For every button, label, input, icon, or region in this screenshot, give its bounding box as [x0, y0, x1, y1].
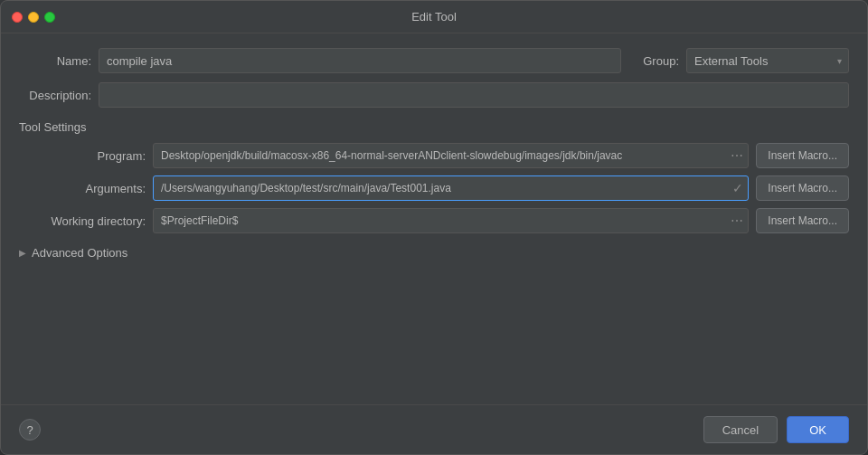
description-label: Description: [19, 89, 91, 102]
group-wrapper: Group: External Tools ▾ [643, 48, 849, 73]
group-label: Group: [643, 54, 679, 68]
name-group-row: Name: Group: External Tools ▾ [19, 48, 849, 73]
description-input[interactable] [99, 82, 849, 108]
name-label: Name: [19, 54, 91, 68]
working-dir-input[interactable] [153, 208, 749, 233]
maximize-button[interactable] [44, 12, 55, 23]
program-browse-button[interactable]: ⋯ [727, 147, 747, 165]
arguments-insert-macro-button[interactable]: Insert Macro... [756, 175, 849, 201]
working-dir-row: Working directory: ⋯ Insert Macro... [37, 208, 849, 233]
ok-button[interactable]: OK [787, 416, 849, 443]
program-input-wrapper: ⋯ [153, 143, 749, 168]
tool-settings-header: Tool Settings [19, 120, 849, 134]
edit-tool-dialog: Edit Tool Name: Group: External Tools ▾ … [0, 0, 868, 455]
working-dir-label: Working directory: [37, 214, 146, 228]
working-dir-insert-macro-button[interactable]: Insert Macro... [756, 208, 849, 233]
title-bar: Edit Tool [1, 1, 867, 33]
close-button[interactable] [12, 12, 23, 23]
content-spacer [19, 272, 849, 390]
dialog-title: Edit Tool [411, 10, 457, 24]
program-row: Program: ⋯ Insert Macro... [37, 143, 849, 168]
arguments-input[interactable] [153, 175, 749, 201]
program-insert-macro-button[interactable]: Insert Macro... [756, 143, 849, 168]
arguments-input-wrapper: ✓ [153, 175, 749, 201]
minimize-button[interactable] [28, 12, 39, 23]
chevron-right-icon: ▶ [19, 248, 26, 258]
tool-settings-section: Program: ⋯ Insert Macro... Arguments: ✓ … [19, 143, 849, 233]
arguments-label: Arguments: [37, 182, 146, 195]
program-input[interactable] [153, 143, 749, 168]
advanced-options-label: Advanced Options [32, 246, 127, 260]
group-select-wrapper: External Tools ▾ [686, 48, 849, 73]
dialog-content: Name: Group: External Tools ▾ Descriptio… [1, 33, 867, 404]
description-row: Description: [19, 82, 849, 108]
help-button[interactable]: ? [19, 419, 41, 441]
cancel-button[interactable]: Cancel [703, 416, 778, 443]
working-dir-browse-button[interactable]: ⋯ [727, 212, 747, 230]
program-label: Program: [37, 149, 146, 163]
traffic-lights [12, 12, 55, 23]
arguments-browse-button[interactable]: ✓ [729, 179, 747, 197]
name-wrapper: Name: [19, 48, 621, 73]
name-input[interactable] [99, 48, 621, 73]
working-dir-input-wrapper: ⋯ [153, 208, 749, 233]
arguments-row: Arguments: ✓ Insert Macro... [37, 175, 849, 201]
group-select[interactable]: External Tools [686, 48, 849, 73]
dialog-footer: ? Cancel OK [1, 404, 867, 454]
advanced-options-row[interactable]: ▶ Advanced Options [19, 242, 849, 263]
